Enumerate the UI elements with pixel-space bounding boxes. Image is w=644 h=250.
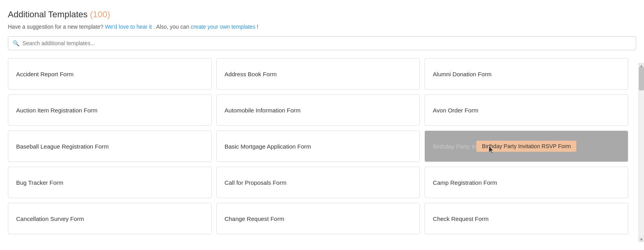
template-item-label: Camp Registration Form (433, 179, 497, 186)
template-item-label: Call for Proposals Form (225, 179, 287, 186)
scrollbar-down-arrow[interactable]: ▼ (639, 237, 644, 242)
template-item[interactable]: Address Book Form (216, 58, 420, 90)
title-text: Additional Templates (8, 9, 88, 19)
subtitle-text: Have a suggestion for a new template? (8, 24, 103, 30)
create-own-link[interactable]: create your own templates (191, 24, 255, 30)
template-item[interactable]: Call for Proposals Form (216, 167, 420, 198)
search-icon: 🔍 (13, 40, 19, 46)
template-item-label: Address Book Form (225, 71, 277, 77)
template-item-label: Cancellation Survey Form (16, 215, 84, 222)
templates-grid: Accident Report FormAddress Book FormAlu… (8, 58, 636, 234)
scrollbar: ▲ ▼ (638, 63, 644, 242)
template-item[interactable]: Check Request Form (424, 203, 628, 234)
template-item[interactable]: Alumni Donation Form (424, 58, 628, 90)
search-container: 🔍 (8, 36, 636, 50)
subtitle-middle: . Also, you can (153, 24, 189, 30)
template-item-label: Avon Order Form (433, 107, 478, 114)
template-item[interactable]: Basic Mortgage Application Form (216, 131, 420, 162)
template-item-label: Check Request Form (433, 215, 489, 222)
template-item[interactable]: Automobile Information Form (216, 94, 420, 126)
page-container: Additional Templates (100) Have a sugges… (0, 0, 644, 242)
search-input[interactable] (8, 36, 636, 50)
template-item[interactable]: Auction Item Registration Form (8, 94, 212, 126)
template-item-label: Auction Item Registration Form (16, 107, 98, 114)
subtitle-end: ! (257, 24, 258, 30)
template-item-label: Automobile Information Form (225, 107, 301, 114)
template-item[interactable]: Bug Tracker Form (8, 167, 212, 198)
template-item[interactable]: Cancellation Survey Form (8, 203, 212, 234)
template-item[interactable]: Birthday Party Invitation RSVP Form Birt… (424, 131, 628, 162)
template-item-label: Change Request Form (225, 215, 284, 222)
template-item[interactable]: Change Request Form (216, 203, 420, 234)
suggestion-link[interactable]: We'd love to hear it (105, 24, 152, 30)
template-count: (100) (90, 9, 110, 19)
template-item-label: Baseball League Registration Form (16, 143, 109, 150)
template-item-label: Bug Tracker Form (16, 179, 63, 186)
template-item[interactable]: Baseball League Registration Form (8, 131, 212, 162)
template-item-label: Alumni Donation Form (433, 71, 491, 77)
template-item-label: Basic Mortgage Application Form (225, 143, 311, 150)
template-item-label: Accident Report Form (16, 71, 74, 77)
subtitle: Have a suggestion for a new template? We… (8, 24, 636, 30)
template-item[interactable]: Camp Registration Form (424, 167, 628, 198)
template-tooltip: Birthday Party Invitation RSVP Form (476, 141, 576, 152)
template-item[interactable]: Accident Report Form (8, 58, 212, 90)
page-title: Additional Templates (100) (8, 9, 636, 20)
scrollbar-thumb[interactable] (639, 67, 644, 90)
template-item[interactable]: Avon Order Form (424, 94, 628, 126)
